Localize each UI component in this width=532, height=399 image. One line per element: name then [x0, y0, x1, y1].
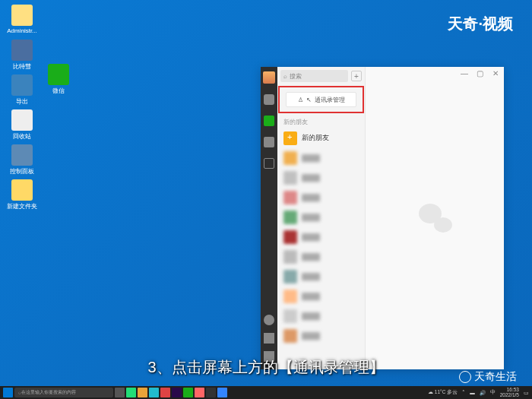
contacts-icon[interactable]	[264, 116, 274, 126]
list-item[interactable]: ████	[277, 326, 365, 346]
phone-icon[interactable]	[264, 333, 274, 344]
miniprogram-icon[interactable]	[264, 315, 274, 325]
list-item[interactable]: ████	[277, 267, 365, 287]
watermark-top: 天奇·视频	[448, 14, 513, 34]
titlebar: — ▢ ✕	[456, 67, 504, 79]
contacts-manage-button[interactable]: ♙ ↖ 通讯录管理	[286, 92, 356, 107]
watermark-bottom: 天奇生活	[459, 370, 517, 384]
files-icon[interactable]	[264, 158, 274, 169]
edge-icon[interactable]	[126, 388, 136, 397]
person-icon: ♙	[298, 97, 303, 103]
wechat-window: — ▢ ✕ ⌕搜索 + ♙ ↖	[261, 67, 504, 369]
minimize-button[interactable]: —	[461, 69, 467, 76]
desktop: Administr... 比特彗 导出 回收站 控制面板 新建文件夹 微信 天奇…	[0, 0, 532, 399]
app-sidebar	[261, 67, 277, 369]
desktop-icon-control[interactable]: 控制面板	[3, 144, 41, 176]
wechat-tb-icon[interactable]	[183, 388, 193, 397]
baidu-icon[interactable]	[217, 388, 227, 397]
wechat-logo-bg	[417, 201, 452, 236]
newfriend-icon	[283, 131, 297, 145]
taskbar-search[interactable]: ○ 在这里输入你要搜索的内容	[14, 388, 113, 397]
clock[interactable]: 16:53 2022/1/5	[500, 388, 519, 397]
content-pane	[366, 67, 504, 369]
list-item[interactable]: ████	[277, 306, 365, 326]
add-button[interactable]: +	[351, 71, 362, 81]
chat-icon[interactable]	[264, 94, 274, 105]
network-icon[interactable]: ▬	[470, 390, 475, 395]
desktop-icon-pc[interactable]: 比特彗	[3, 40, 41, 71]
desktop-icon-net[interactable]: 导出	[3, 74, 41, 106]
list-item[interactable]: ████	[277, 287, 365, 306]
app2-icon[interactable]	[206, 388, 216, 397]
favorites-icon[interactable]	[264, 137, 274, 147]
desktop-icon-folder[interactable]: 新建文件夹	[3, 179, 41, 211]
maximize-button[interactable]: ▢	[477, 69, 483, 76]
close-button[interactable]: ✕	[492, 69, 499, 76]
list-item[interactable]: ████	[277, 207, 365, 227]
search-input[interactable]: ⌕搜索	[280, 70, 348, 82]
section-label-new: 新的朋友	[277, 114, 365, 128]
list-item[interactable]: ████	[277, 188, 365, 207]
wps-icon[interactable]	[160, 388, 170, 397]
watermark-icon	[459, 371, 471, 383]
desktop-icon-wechat[interactable]: 微信	[40, 64, 78, 95]
list-item[interactable]: ████	[277, 148, 365, 168]
list-item[interactable]: ████	[277, 247, 365, 267]
explorer-icon[interactable]	[138, 388, 147, 397]
weather-widget[interactable]: ☁ 11°C 多云	[428, 389, 458, 396]
subtitle: 3、点击屏幕上方的【通讯录管理】	[147, 357, 384, 378]
app-icon[interactable]	[149, 388, 159, 397]
avatar[interactable]	[263, 71, 275, 84]
list-item[interactable]: ████	[277, 227, 365, 247]
desktop-icon-recycle[interactable]: 回收站	[3, 109, 41, 141]
list-item[interactable]: ████	[277, 168, 365, 188]
task-view-icon[interactable]	[115, 388, 125, 397]
snip-icon[interactable]	[195, 388, 204, 397]
cursor-icon: ↖	[306, 97, 312, 103]
notifications-icon[interactable]: ▭	[524, 390, 529, 396]
volume-icon[interactable]: 🔊	[480, 390, 486, 396]
list-item-newfriend[interactable]: 新的朋友	[277, 128, 365, 148]
tray-chevron-icon[interactable]: ˄	[462, 390, 465, 396]
pr-icon[interactable]	[172, 388, 182, 397]
ime-icon[interactable]: 中	[490, 389, 496, 396]
contact-list-pane: ⌕搜索 + ♙ ↖ 通讯录管理 新的朋友 新的朋友 ████ ████ ████…	[277, 67, 366, 369]
start-button[interactable]	[3, 388, 13, 397]
highlight-box: ♙ ↖ 通讯录管理	[278, 86, 364, 113]
taskbar: ○ 在这里输入你要搜索的内容 ☁ 11°C 多云 ˄ ▬ 🔊 中 16:53 2…	[0, 386, 532, 399]
desktop-icon-admin[interactable]: Administr...	[3, 5, 41, 34]
